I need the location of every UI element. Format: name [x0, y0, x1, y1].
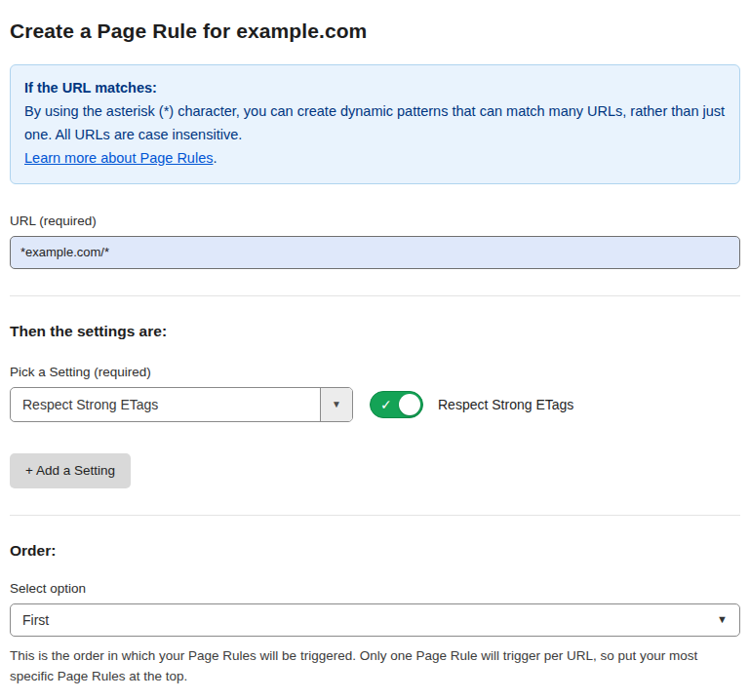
- toggle-knob: [399, 394, 420, 415]
- etags-toggle[interactable]: ✓: [370, 391, 423, 418]
- order-select[interactable]: First ▼: [10, 603, 740, 637]
- learn-more-link[interactable]: Learn more about Page Rules: [24, 150, 213, 166]
- page-title: Create a Page Rule for example.com: [10, 19, 740, 43]
- page-rule-form: Create a Page Rule for example.com If th…: [0, 0, 750, 700]
- setting-row: Pick a Setting (required) Respect Strong…: [10, 365, 740, 422]
- info-box-link-line: Learn more about Page Rules.: [24, 147, 726, 171]
- chevron-down-icon: ▼: [717, 614, 728, 625]
- url-match-info-box: If the URL matches: By using the asteris…: [10, 64, 740, 184]
- order-select-label: Select option: [10, 581, 740, 596]
- url-field-label: URL (required): [10, 214, 740, 228]
- chevron-down-icon: ▼: [332, 400, 341, 409]
- check-icon: ✓: [380, 396, 392, 411]
- setting-toggle-group: ✓ Respect Strong ETags: [370, 391, 573, 418]
- pick-setting-label: Pick a Setting (required): [10, 365, 353, 379]
- url-input[interactable]: [10, 236, 740, 269]
- setting-select-dropdown-button[interactable]: ▼: [320, 388, 352, 421]
- info-box-body: By using the asterisk (*) character, you…: [24, 100, 726, 147]
- settings-section-heading: Then the settings are:: [10, 323, 740, 340]
- order-help-text: This is the order in which your Page Rul…: [10, 646, 740, 687]
- setting-select[interactable]: Respect Strong ETags ▼: [10, 387, 353, 422]
- divider: [10, 295, 740, 296]
- add-setting-button[interactable]: + Add a Setting: [10, 453, 131, 488]
- setting-picker-group: Pick a Setting (required) Respect Strong…: [10, 365, 353, 422]
- info-box-heading: If the URL matches:: [24, 77, 726, 100]
- setting-select-value: Respect Strong ETags: [11, 388, 320, 421]
- toggle-setting-label: Respect Strong ETags: [438, 397, 573, 412]
- url-field-group: URL (required): [10, 214, 740, 269]
- link-period: .: [213, 150, 217, 166]
- divider: [10, 515, 740, 516]
- order-select-value: First: [22, 612, 49, 628]
- order-section-heading: Order:: [10, 542, 740, 560]
